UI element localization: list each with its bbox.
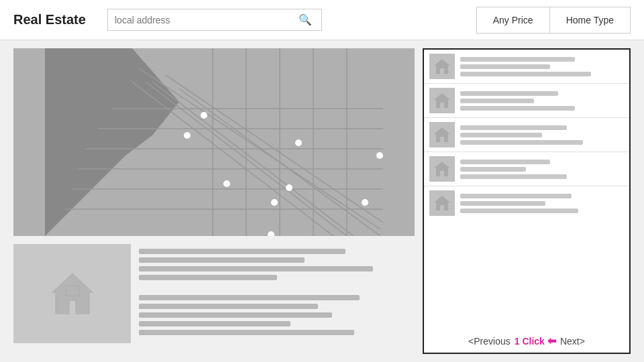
list-item[interactable]: [424, 50, 629, 84]
listing-line: [460, 72, 591, 76]
next-page-button[interactable]: Next>: [560, 336, 585, 347]
home-icon-small: [433, 91, 451, 110]
main-content: <Previous 1 Click ⬅ Next>: [0, 40, 644, 362]
svg-point-22: [376, 152, 383, 159]
listing-home-icon: [429, 190, 455, 216]
home-icon-small: [433, 125, 451, 144]
listing-line: [460, 140, 583, 145]
listing-home-icon: [429, 156, 455, 182]
listing-line: [460, 167, 526, 172]
detail-line: [139, 266, 373, 272]
listing-lines: [460, 160, 624, 179]
detail-line: [139, 275, 277, 280]
search-bar: 🔍: [107, 9, 322, 31]
home-icon-small: [433, 57, 451, 76]
list-item[interactable]: [424, 84, 629, 118]
detail-line: [139, 330, 354, 335]
detail-line: [139, 249, 345, 254]
detail-line: [139, 321, 290, 326]
detail-line: [139, 257, 305, 263]
home-icon-small: [433, 160, 451, 178]
listing-line: [460, 57, 575, 62]
listings-panel: <Previous 1 Click ⬅ Next>: [423, 48, 631, 354]
listing-home-icon: [429, 88, 455, 113]
pagination: <Previous 1 Click ⬅ Next>: [424, 329, 629, 353]
map-svg: [13, 48, 415, 236]
svg-marker-35: [434, 127, 450, 142]
svg-point-24: [286, 184, 292, 191]
app-title: Real Estate: [13, 12, 94, 27]
map-container[interactable]: [13, 48, 415, 236]
property-detail: [13, 244, 415, 343]
svg-marker-37: [434, 196, 450, 210]
listing-line: [460, 64, 550, 69]
header: Real Estate 🔍 Any Price Home Type: [0, 0, 644, 40]
svg-point-19: [201, 112, 207, 119]
svg-point-25: [362, 199, 368, 206]
search-icon-button[interactable]: 🔍: [296, 13, 315, 26]
detail-line: [139, 312, 332, 318]
list-item[interactable]: [424, 118, 629, 152]
detail-lines-bottom: [139, 295, 415, 335]
listing-line: [460, 208, 578, 213]
detail-lines-top: [139, 249, 415, 280]
listing-line: [460, 99, 534, 103]
search-input[interactable]: [115, 15, 296, 25]
current-page: 1 Click ⬅: [515, 335, 556, 347]
listing-line: [460, 91, 558, 96]
price-filter-button[interactable]: Any Price: [476, 7, 549, 34]
detail-line: [139, 304, 318, 309]
listing-line: [460, 194, 572, 198]
listing-lines: [460, 91, 624, 111]
home-icon-small: [433, 194, 451, 213]
home-icon-large: [46, 267, 99, 320]
detail-info: [139, 244, 415, 343]
listing-home-icon: [429, 54, 455, 79]
svg-rect-32: [66, 286, 79, 296]
listing-line: [460, 201, 545, 206]
listing-line: [460, 160, 550, 164]
list-item[interactable]: [424, 152, 629, 186]
listing-line: [460, 106, 575, 111]
listing-home-icon: [429, 122, 455, 147]
listing-lines: [460, 125, 624, 145]
svg-marker-36: [434, 162, 450, 176]
listing-line: [460, 125, 567, 130]
listing-line: [460, 174, 567, 179]
svg-point-20: [184, 132, 191, 139]
prev-page-button[interactable]: <Previous: [468, 336, 511, 347]
listing-line: [460, 133, 542, 137]
detail-thumbnail: [13, 244, 131, 343]
listings-scroll[interactable]: [424, 50, 629, 329]
svg-point-26: [271, 199, 278, 206]
list-item[interactable]: [424, 186, 629, 220]
left-column: [13, 48, 415, 354]
svg-marker-33: [434, 59, 450, 74]
current-page-label: 1 Click: [515, 336, 545, 347]
listing-lines: [460, 57, 624, 76]
svg-point-23: [223, 180, 230, 187]
home-type-filter-button[interactable]: Home Type: [549, 7, 631, 34]
svg-marker-34: [434, 93, 450, 108]
detail-line: [139, 295, 360, 300]
click-arrow-icon: ⬅: [547, 335, 556, 347]
listing-lines: [460, 194, 624, 213]
svg-point-21: [295, 139, 302, 146]
